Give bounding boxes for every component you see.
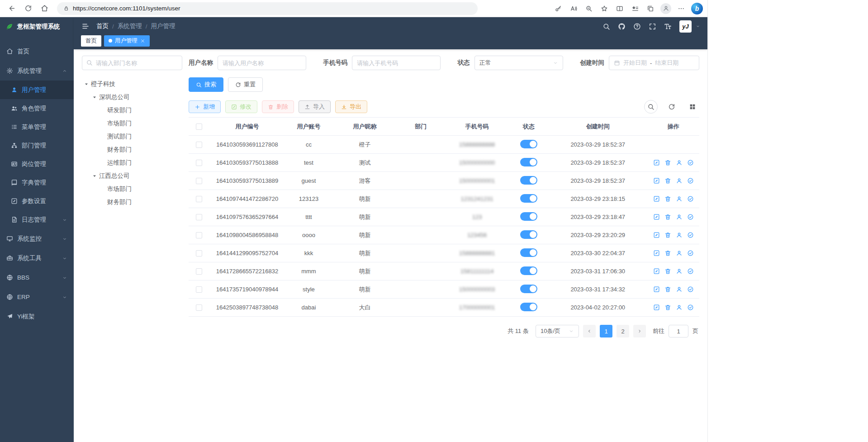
help-icon[interactable]	[633, 23, 641, 30]
row-assign-role-icon[interactable]	[687, 304, 694, 311]
sidebar-item-dict-management[interactable]: 字典管理	[0, 173, 74, 192]
row-assign-role-icon[interactable]	[687, 250, 694, 257]
tree-node[interactable]: 研发部门	[82, 104, 182, 117]
sidebar-item-yi-framework[interactable]: Yi框架	[0, 307, 74, 326]
status-toggle[interactable]	[520, 285, 537, 293]
fullscreen-icon[interactable]	[649, 23, 656, 30]
sidebar-item-post-management[interactable]: 岗位管理	[0, 155, 74, 173]
column-settings-icon[interactable]	[686, 100, 699, 114]
breadcrumb-item[interactable]: 用户管理	[151, 22, 175, 30]
row-assign-role-icon[interactable]	[687, 214, 694, 220]
row-delete-icon[interactable]	[664, 304, 671, 311]
row-delete-icon[interactable]	[664, 232, 671, 238]
username-input[interactable]	[218, 56, 306, 70]
browser-profile-avatar[interactable]	[660, 3, 671, 14]
row-checkbox[interactable]	[196, 286, 202, 293]
page-button-2[interactable]: 2	[617, 325, 629, 337]
browser-home-button[interactable]	[37, 2, 52, 15]
row-reset-password-icon[interactable]	[676, 286, 683, 293]
row-reset-password-icon[interactable]	[676, 177, 683, 184]
date-range-picker[interactable]: 开始日期 - 结束日期	[609, 56, 699, 70]
header-search-icon[interactable]	[602, 23, 610, 30]
collections-icon[interactable]	[643, 2, 658, 15]
tree-node[interactable]: 财务部门	[82, 195, 182, 209]
split-screen-icon[interactable]	[612, 2, 627, 15]
row-assign-role-icon[interactable]	[687, 195, 694, 202]
reset-button[interactable]: 重置	[228, 77, 263, 92]
sidebar-item-log-management[interactable]: 日志管理	[0, 210, 74, 229]
row-checkbox[interactable]	[196, 178, 202, 184]
status-toggle[interactable]	[520, 212, 537, 221]
status-select[interactable]: 正常	[474, 56, 563, 70]
refresh-table-icon[interactable]	[665, 100, 678, 114]
tree-node[interactable]: 深圳总公司	[82, 90, 182, 104]
status-toggle[interactable]	[520, 230, 537, 239]
sidebar-item-menu-management[interactable]: 菜单管理	[0, 118, 74, 136]
row-checkbox[interactable]	[196, 304, 202, 311]
row-reset-password-icon[interactable]	[676, 232, 683, 238]
font-size-icon[interactable]	[664, 23, 672, 30]
read-aloud-icon[interactable]	[566, 2, 581, 15]
sidebar-item-home[interactable]: 首页	[0, 42, 74, 61]
status-toggle[interactable]	[520, 194, 537, 203]
copilot-icon[interactable]: b	[691, 3, 703, 14]
user-avatar[interactable]: yJ	[679, 20, 692, 33]
tree-node[interactable]: 市场部门	[82, 182, 182, 195]
breadcrumb-item[interactable]: 首页	[96, 22, 109, 30]
sidebar-item-role-management[interactable]: 角色管理	[0, 99, 74, 118]
search-button[interactable]: 搜索	[189, 77, 223, 92]
row-checkbox[interactable]	[196, 232, 202, 238]
row-delete-icon[interactable]	[664, 195, 671, 202]
sidebar-item-param-settings[interactable]: 参数设置	[0, 192, 74, 210]
row-reset-password-icon[interactable]	[676, 214, 683, 220]
address-bar[interactable]: https://ccnetcore.com:1101/system/user	[57, 2, 478, 15]
back-button[interactable]	[5, 2, 19, 15]
status-toggle[interactable]	[520, 303, 537, 311]
tab-home[interactable]: 首页	[81, 35, 101, 47]
export-button[interactable]: 导出	[335, 100, 367, 113]
tree-node[interactable]: 市场部门	[82, 117, 182, 130]
zoom-out-icon[interactable]	[582, 2, 596, 15]
row-edit-icon[interactable]	[653, 268, 660, 275]
import-button[interactable]: 导入	[299, 100, 331, 113]
status-toggle[interactable]	[520, 248, 537, 257]
goto-page-input[interactable]	[669, 325, 688, 337]
tree-node[interactable]: 运维部门	[82, 156, 182, 169]
tree-node[interactable]: 橙子科技	[82, 77, 182, 90]
phone-input[interactable]	[352, 56, 441, 70]
row-edit-icon[interactable]	[653, 286, 660, 293]
tree-node[interactable]: 江西总公司	[82, 169, 182, 182]
tree-node[interactable]: 财务部门	[82, 143, 182, 156]
row-edit-icon[interactable]	[653, 159, 660, 166]
favorites-bar-icon[interactable]	[628, 2, 642, 15]
row-checkbox[interactable]	[196, 214, 202, 220]
row-checkbox[interactable]	[196, 268, 202, 275]
browser-menu-icon[interactable]	[674, 2, 688, 15]
add-button[interactable]: 新增	[189, 100, 221, 113]
row-edit-icon[interactable]	[653, 177, 660, 184]
status-toggle[interactable]	[520, 266, 537, 275]
row-checkbox[interactable]	[196, 250, 202, 257]
sidebar-item-system-monitor[interactable]: 系统监控	[0, 229, 74, 248]
row-checkbox[interactable]	[196, 142, 202, 148]
hamburger-icon[interactable]	[81, 22, 90, 31]
row-assign-role-icon[interactable]	[687, 286, 694, 293]
row-edit-icon[interactable]	[653, 214, 660, 220]
row-delete-icon[interactable]	[664, 250, 671, 257]
sidebar-item-user-management[interactable]: 用户管理	[0, 81, 74, 99]
status-toggle[interactable]	[520, 176, 537, 185]
sidebar-item-system-management[interactable]: 系统管理	[0, 61, 74, 81]
close-tab-icon[interactable]	[140, 38, 145, 43]
row-reset-password-icon[interactable]	[676, 268, 683, 275]
dept-search-input[interactable]	[82, 56, 182, 70]
row-reset-password-icon[interactable]	[676, 304, 683, 311]
row-checkbox[interactable]	[196, 196, 202, 202]
row-delete-icon[interactable]	[664, 286, 671, 293]
page-button-1[interactable]: 1	[600, 325, 612, 337]
sidebar-item-dept-management[interactable]: 部门管理	[0, 136, 74, 155]
sidebar-item-system-tools[interactable]: 系统工具	[0, 248, 74, 268]
row-edit-icon[interactable]	[653, 195, 660, 202]
row-reset-password-icon[interactable]	[676, 195, 683, 202]
tree-node[interactable]: 测试部门	[82, 130, 182, 143]
row-assign-role-icon[interactable]	[687, 177, 694, 184]
